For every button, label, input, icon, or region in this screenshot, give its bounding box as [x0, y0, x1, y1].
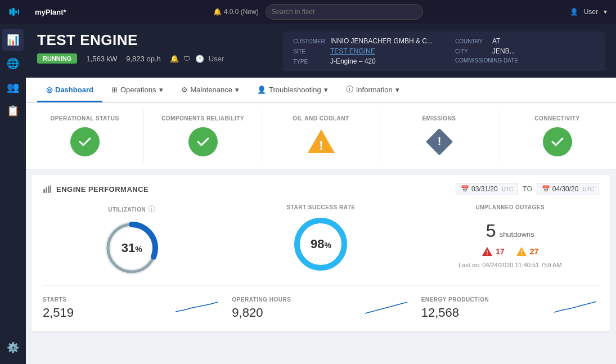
tab-information-label: Information [356, 86, 393, 94]
people-icon: 👥 [7, 81, 19, 93]
city-label: CITY [455, 48, 489, 55]
status-card-connectivity: CONNECTIVITY [498, 109, 616, 163]
alert-orange-count: 27 [530, 247, 539, 256]
sidebar-item-chart[interactable]: 📊 [2, 29, 24, 51]
user-chevron: ▾ [604, 8, 607, 16]
outages-section: 5 shutdowns ! 17 [458, 216, 561, 273]
starts-label: STARTS [43, 296, 66, 303]
date-to: 04/30/20 [552, 185, 579, 193]
running-badge: RUNNING [37, 53, 77, 64]
tab-operations[interactable]: ⊞ Operations ▾ [102, 79, 172, 102]
operations-icon: ⊞ [111, 86, 118, 94]
globe-icon: 🌐 [7, 57, 19, 70]
starts-value: 2,519 [43, 305, 74, 320]
sidebar: 📊 🌐 👥 📋 ⚙️ [0, 24, 26, 364]
commissioning-label: COMMISSIONING DATE [455, 57, 518, 64]
start-success-label: START SUCCESS RATE [287, 204, 356, 210]
utc-label-from: UTC [502, 186, 514, 192]
tab-dashboard[interactable]: ◎ Dashboard [37, 79, 102, 102]
sidebar-item-doc[interactable]: 📋 [2, 100, 24, 122]
svg-text:!: ! [487, 250, 488, 256]
type-row: TYPE J-Engine – 420 [293, 57, 433, 65]
tab-information[interactable]: ⓘ Information ▾ [337, 78, 408, 103]
starts-sparkline [176, 298, 221, 314]
logo-text: myPlant* [35, 8, 66, 16]
engine-power: 1,563 kW [86, 55, 117, 63]
components-icon [188, 127, 218, 156]
bell-icon: 🔔 [170, 55, 179, 63]
perf-dates: 📅 03/31/20 UTC TO 📅 04/30/20 UTC [456, 183, 599, 195]
svg-rect-1 [12, 8, 15, 15]
troubleshooting-chevron: ▾ [324, 86, 328, 94]
status-card-components: COMPONENTS RELIABILITY [144, 109, 262, 163]
engine-header: TEST ENGINE RUNNING 1,563 kW 9,823 op.h … [26, 24, 616, 78]
tab-dashboard-label: Dashboard [55, 86, 93, 94]
site-row: SITE TEST ENGINE [293, 47, 433, 55]
country-label: COUNTRY [455, 38, 489, 44]
nav-right: 👤 User ▾ [570, 8, 607, 16]
engine-hours: 9,823 op.h [126, 55, 160, 63]
svg-text:!: ! [319, 138, 323, 152]
bottom-metrics: STARTS 2,519 OPERATING HOURS 9,820 [43, 285, 599, 320]
engine-left: TEST ENGINE RUNNING 1,563 kW 9,823 op.h … [37, 32, 224, 64]
start-success-value: 98% [311, 237, 331, 251]
connectivity-label: CONNECTIVITY [534, 115, 579, 122]
tab-troubleshooting[interactable]: 👤 Troubleshooting ▾ [248, 79, 337, 102]
tab-maintenance[interactable]: ⚙ Maintenance ▾ [172, 79, 248, 102]
alert-orange: ! 27 [516, 246, 539, 257]
svg-rect-0 [10, 9, 12, 14]
gear-icon: ⚙️ [7, 341, 19, 354]
alert-red-icon: ! [482, 246, 493, 257]
information-chevron: ▾ [395, 86, 399, 94]
site-label: SITE [293, 48, 327, 55]
engine-perf-icon [43, 185, 52, 194]
operations-chevron: ▾ [159, 86, 163, 94]
svg-rect-9 [43, 189, 45, 193]
utilization-info-icon[interactable]: ⓘ [148, 204, 155, 214]
main-content: TEST ENGINE RUNNING 1,563 kW 9,823 op.h … [26, 24, 616, 364]
maintenance-icon: ⚙ [181, 86, 188, 94]
shutdowns-count: 5 [486, 221, 496, 241]
date-from-input[interactable]: 📅 03/31/20 UTC [456, 183, 518, 195]
tab-maintenance-label: Maintenance [191, 86, 232, 94]
shield-icon: 🛡 [183, 55, 191, 63]
metrics-row: UTILIZATION ⓘ [43, 204, 599, 276]
operating-hours-label: OPERATING HOURS [232, 296, 291, 303]
energy-label: ENERGY PRODUCTION [421, 296, 489, 303]
status-cards: OPERATIONAL STATUS COMPONENTS RELIABILIT… [26, 103, 616, 169]
date-to-input[interactable]: 📅 04/30/20 UTC [537, 183, 599, 195]
sidebar-item-settings[interactable]: ⚙️ [2, 337, 24, 358]
site-value[interactable]: TEST ENGINE [330, 47, 375, 55]
user-label[interactable]: User [584, 8, 598, 16]
engine-icons: 🔔 🛡 🕐 User [170, 55, 224, 63]
country-value: AT [492, 37, 500, 45]
dashboard-content: OPERATIONAL STATUS COMPONENTS RELIABILIT… [26, 103, 616, 364]
svg-rect-4 [18, 9, 19, 14]
perf-header: ENGINE PERFORMANCE 📅 03/31/20 UTC TO 📅 0… [43, 183, 599, 195]
status-card-emissions: EMISSIONS ! [380, 109, 498, 163]
svg-text:!: ! [520, 250, 522, 256]
sidebar-item-people[interactable]: 👥 [2, 77, 24, 98]
engine-info-panel: CUSTOMER INNIO JENBACHER GMBH & C... COU… [283, 32, 605, 71]
customer-label: CUSTOMER [293, 38, 327, 44]
information-icon: ⓘ [346, 84, 353, 95]
perf-title-text: ENGINE PERFORMANCE [56, 185, 149, 194]
troubleshooting-icon: 👤 [257, 86, 266, 94]
energy-metric: ENERGY PRODUCTION 12,568 [421, 295, 599, 320]
commissioning-row: COMMISSIONING DATE [455, 57, 595, 65]
search-input[interactable] [266, 4, 423, 20]
operational-icon [70, 127, 100, 156]
operating-hours-value: 9,820 [232, 305, 263, 320]
notification-bell[interactable]: 🔔 4.0.0 (New) [213, 4, 259, 20]
emissions-icon: ! [425, 127, 454, 156]
type-value: J-Engine – 420 [330, 57, 376, 65]
top-navigation: myPlant* 🔔 4.0.0 (New) 👤 User ▾ [0, 0, 616, 24]
svg-rect-10 [46, 187, 47, 193]
svg-text:!: ! [437, 135, 441, 147]
energy-value: 12,568 [421, 305, 459, 320]
operating-hours-metric: OPERATING HOURS 9,820 [232, 295, 410, 320]
status-card-operational: OPERATIONAL STATUS [26, 109, 144, 163]
sidebar-item-globe[interactable]: 🌐 [2, 53, 24, 74]
utilization-card: UTILIZATION ⓘ [43, 204, 221, 276]
operational-label: OPERATIONAL STATUS [50, 115, 119, 122]
